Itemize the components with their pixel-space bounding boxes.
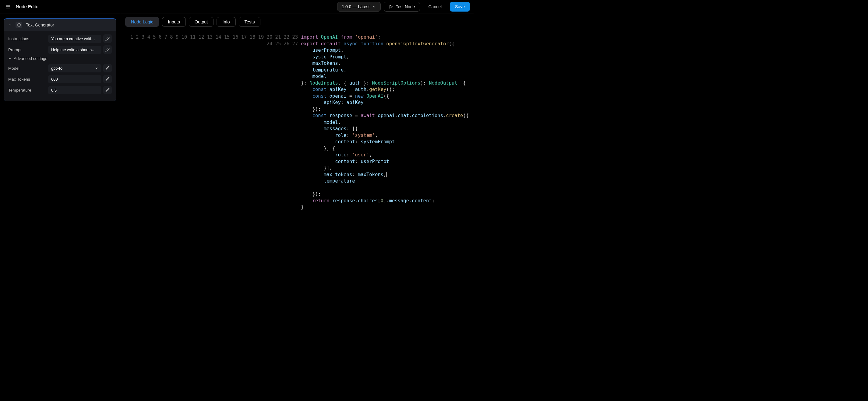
chevron-down-icon <box>95 66 98 70</box>
tabs: Node Logic Inputs Output Info Tests <box>120 13 474 30</box>
model-label: Model <box>8 66 42 71</box>
code-editor[interactable]: 1 2 3 4 5 6 7 8 9 10 11 12 13 14 15 16 1… <box>120 30 474 219</box>
pencil-icon <box>105 77 110 81</box>
advanced-settings-label: Advanced settings <box>14 56 47 61</box>
prompt-label: Prompt <box>8 47 42 52</box>
save-button[interactable]: Save <box>450 2 470 11</box>
edit-max-tokens-button[interactable] <box>103 75 112 83</box>
tab-node-logic[interactable]: Node Logic <box>125 17 159 27</box>
play-icon <box>389 5 393 9</box>
model-select[interactable]: gpt-4o <box>48 64 101 72</box>
test-node-button[interactable]: Test Node <box>384 2 420 11</box>
node-card-header[interactable]: Text Generator <box>4 19 116 31</box>
model-value: gpt-4o <box>51 66 62 71</box>
edit-temperature-button[interactable] <box>103 86 112 94</box>
tab-output[interactable]: Output <box>189 17 214 27</box>
temperature-value[interactable]: 0.5 <box>48 86 101 94</box>
hamburger-icon <box>5 4 11 9</box>
line-gutter: 1 2 3 4 5 6 7 8 9 10 11 12 13 14 15 16 1… <box>125 34 301 219</box>
edit-instructions-button[interactable] <box>103 34 112 43</box>
sidebar: Text Generator Instructions You are a cr… <box>0 13 120 219</box>
max-tokens-value[interactable]: 600 <box>48 75 101 83</box>
pencil-icon <box>105 88 110 92</box>
chevron-down-icon <box>372 5 376 8</box>
svg-marker-3 <box>390 5 392 8</box>
cancel-label: Cancel <box>428 4 442 9</box>
edit-prompt-button[interactable] <box>103 45 112 54</box>
chevron-down-icon <box>8 23 12 27</box>
page-title: Node Editor <box>16 4 40 9</box>
node-title: Text Generator <box>26 23 54 27</box>
pencil-icon <box>105 36 110 41</box>
max-tokens-label: Max Tokens <box>8 77 42 81</box>
cancel-button[interactable]: Cancel <box>423 2 447 11</box>
node-card: Text Generator Instructions You are a cr… <box>4 18 116 101</box>
prompt-value[interactable]: Help me write a short s… <box>48 46 101 54</box>
openai-icon <box>16 22 22 28</box>
instructions-label: Instructions <box>8 36 42 41</box>
tab-inputs[interactable]: Inputs <box>162 17 186 27</box>
temperature-label: Temperature <box>8 88 42 93</box>
version-select[interactable]: 1.0.0 — Latest <box>337 2 381 11</box>
code-content[interactable]: import OpenAI from 'openai'; export defa… <box>301 34 469 219</box>
save-label: Save <box>455 4 465 9</box>
version-label: 1.0.0 — Latest <box>342 4 369 9</box>
instructions-value[interactable]: You are a creative writi… <box>48 35 101 43</box>
chevron-down-icon <box>8 57 12 61</box>
pencil-icon <box>105 47 110 52</box>
tab-tests[interactable]: Tests <box>239 17 261 27</box>
advanced-settings-toggle[interactable]: Advanced settings <box>8 56 112 61</box>
tab-info[interactable]: Info <box>217 17 236 27</box>
menu-button[interactable] <box>4 2 12 11</box>
test-node-label: Test Node <box>396 4 415 9</box>
pencil-icon <box>105 66 110 70</box>
edit-model-button[interactable] <box>103 64 112 72</box>
